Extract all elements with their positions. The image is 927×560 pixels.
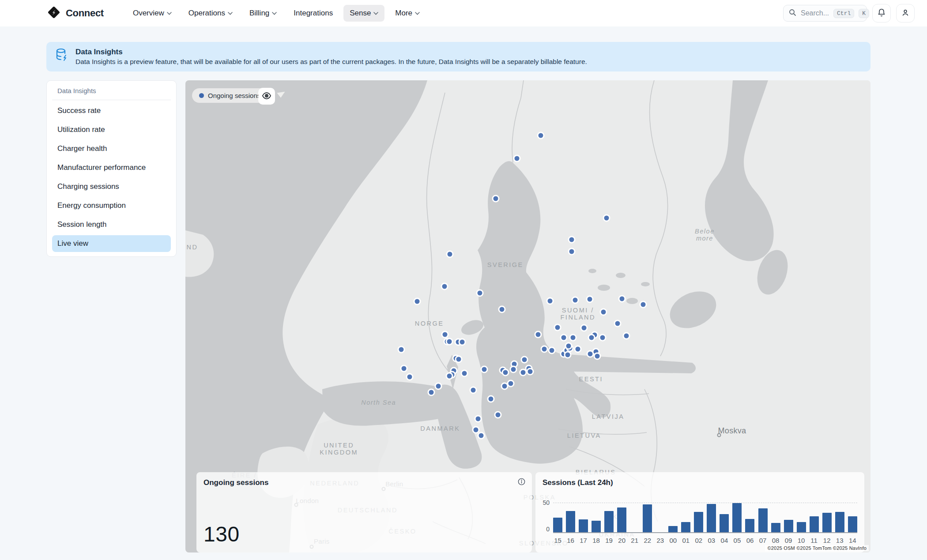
nav-item-label: Billing [249,9,269,18]
ongoing-session-dot[interactable] [446,250,454,258]
info-button[interactable] [517,477,526,487]
ongoing-session-dot[interactable] [513,154,521,162]
sidebar-item-session-length[interactable]: Session length [52,216,171,233]
ongoing-session-dot[interactable] [586,296,593,303]
ongoing-session-dot[interactable] [593,352,601,360]
ongoing-session-dot[interactable] [469,386,477,394]
x-tick-label: 08 [771,537,780,544]
ongoing-session-dot[interactable] [498,305,506,313]
ongoing-session-dot[interactable] [546,297,554,304]
nav-item-billing[interactable]: Billing [243,5,283,22]
ongoing-session-dot[interactable] [599,308,607,316]
ongoing-session-dot[interactable] [476,289,484,297]
ongoing-session-dot[interactable] [572,296,579,304]
nav-item-overview[interactable]: Overview [127,5,178,22]
ongoing-session-dot[interactable] [548,347,556,354]
ongoing-session-dot[interactable] [428,389,435,396]
bar-22 [643,504,652,533]
ongoing-session-dot[interactable] [560,334,567,342]
top-right-controls: Search... Ctrl K [783,4,915,23]
sessions-chart-title: Sessions (Last 24h) [543,478,613,487]
ongoing-session-dot[interactable] [537,132,545,139]
ongoing-session-dot[interactable] [541,345,548,353]
ongoing-session-dot[interactable] [580,324,588,331]
nav-item-sense[interactable]: Sense [343,5,384,22]
sidebar-item-charging-sessions[interactable]: Charging sessions [52,178,171,195]
ongoing-session-dot[interactable] [459,338,466,346]
ongoing-session-dot[interactable] [510,365,517,373]
ongoing-session-dot[interactable] [507,380,515,387]
map-label-suomi-: SUOMI / FINLAND [561,307,596,321]
ongoing-session-dot[interactable] [554,323,561,331]
ongoing-session-dot[interactable] [521,356,528,364]
ongoing-session-dot[interactable] [568,236,576,243]
map-label-nd: ND [187,244,198,251]
ongoing-session-dot[interactable] [487,395,495,403]
sidebar-item-energy-consumption[interactable]: Energy consumption [52,197,171,214]
ongoing-session-dot[interactable] [564,351,572,358]
sessions-bar-chart: 50 0 15161718192021222300010203040506070… [553,490,857,533]
y-tick-0: 0 [546,526,550,533]
toggle-visibility-button[interactable] [258,88,275,105]
ongoing-session-dot[interactable] [599,334,607,342]
ongoing-session-dot[interactable] [588,334,595,342]
ongoing-session-dot[interactable] [494,411,501,418]
ongoing-session-dot[interactable] [478,432,485,439]
search-input[interactable]: Search... Ctrl K [783,5,867,22]
ongoing-session-dot[interactable] [445,338,453,345]
map-label-lietuva: LIETUVA [567,432,601,439]
ongoing-session-dot[interactable] [535,331,542,338]
sidebar-item-live-view[interactable]: Live view [52,235,171,252]
ongoing-session-dot[interactable] [441,282,448,290]
bell-icon [877,8,886,19]
brand[interactable]: Connect [46,5,104,22]
notifications-button[interactable] [872,4,891,23]
ongoing-session-dot[interactable] [603,214,610,222]
y-tick-50: 50 [543,499,550,506]
ongoing-session-dot[interactable] [434,383,442,390]
ongoing-session-dot[interactable] [406,373,413,380]
ongoing-session-dot[interactable] [492,195,500,202]
ongoing-session-dot[interactable] [397,346,405,353]
ongoing-session-dot[interactable] [565,342,572,350]
x-tick-label: 10 [797,537,806,544]
legend-ongoing-sessions[interactable]: Ongoing sessions [192,88,268,103]
ongoing-session-dot[interactable] [639,301,647,308]
bar-12 [822,513,832,533]
ongoing-session-dot[interactable] [400,365,408,372]
ongoing-session-dot[interactable] [618,295,626,303]
ongoing-session-dot[interactable] [455,356,463,363]
sidebar-item-success-rate[interactable]: Success rate [52,102,171,119]
x-tick-label: 19 [604,537,614,544]
bar-05 [732,503,742,533]
ongoing-session-dot[interactable] [480,365,488,373]
x-tick-label: 09 [784,537,793,544]
ongoing-session-dot[interactable] [441,331,449,338]
database-lightning-icon [55,48,68,64]
sidebar-item-utilization-rate[interactable]: Utilization rate [52,121,171,138]
nav-item-operations[interactable]: Operations [182,5,239,22]
x-tick-label: 18 [592,537,601,544]
live-view-map[interactable]: NDNORGESVERIGESUOMI / FINLANDEESTILATVIJ… [185,80,870,552]
ongoing-session-dot[interactable] [520,369,527,376]
nav-item-integrations[interactable]: Integrations [287,5,339,22]
ongoing-session-dot[interactable] [474,415,482,423]
x-tick-label: 02 [694,537,703,544]
ongoing-session-dot[interactable] [574,345,582,353]
account-button[interactable] [896,4,915,23]
ongoing-session-dot[interactable] [501,369,509,376]
sidebar-item-charger-health[interactable]: Charger health [52,140,171,157]
ongoing-session-dot[interactable] [568,248,576,256]
ongoing-session-dot[interactable] [460,370,468,377]
ongoing-session-dot[interactable] [614,320,622,327]
ongoing-session-dot[interactable] [623,332,630,339]
nav-item-more[interactable]: More [389,5,426,22]
x-tick-label: 23 [656,537,665,544]
ongoing-session-dot[interactable] [526,368,534,376]
ongoing-session-dot[interactable] [445,372,453,380]
sidebar-item-manufacturer-performance[interactable]: Manufacturer performance [52,159,171,176]
ongoing-session-dot[interactable] [413,297,421,305]
ongoing-session-dot[interactable] [569,334,577,342]
connect-logo-icon [46,5,61,22]
kbd-ctrl: Ctrl [833,9,854,18]
